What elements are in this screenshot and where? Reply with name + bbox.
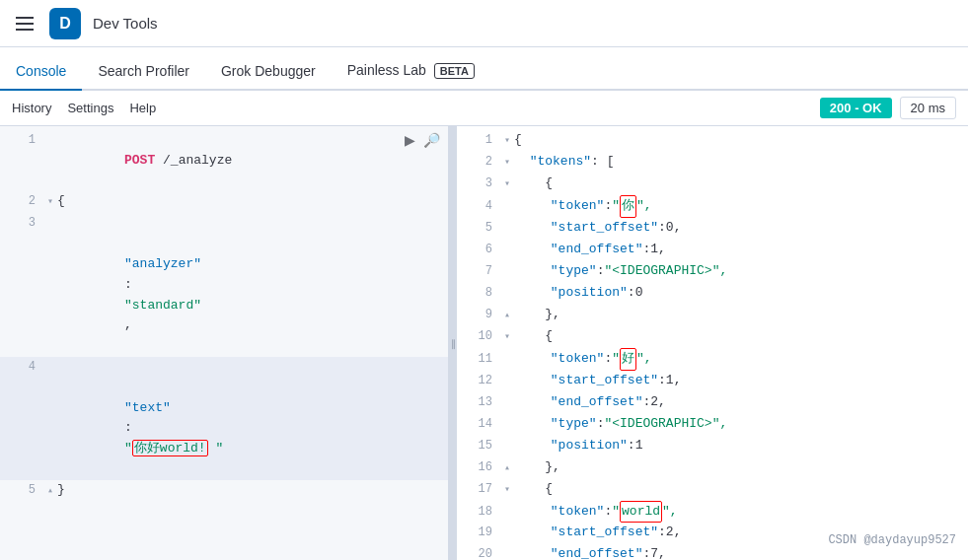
- run-icon[interactable]: ▶: [405, 132, 415, 148]
- code-line-4: 4 "text" : "你好world! ": [0, 357, 448, 480]
- code-editor[interactable]: 1 POST /_analyze 2 ▾ { 3 "analyzer" : "s…: [0, 126, 448, 560]
- json-line-7: 7 "type" : "<IDEOGRAPHIC>",: [457, 261, 968, 283]
- nav-tabs: Console Search Profiler Grok Debugger Pa…: [0, 47, 968, 91]
- hamburger-menu[interactable]: [12, 13, 37, 35]
- json-line-4: 4 "token" : "你",: [457, 195, 968, 218]
- tab-search-profiler[interactable]: Search Profiler: [82, 53, 205, 91]
- code-line-2: 2 ▾ {: [0, 191, 448, 213]
- json-line-18: 18 "token" : "world",: [457, 501, 968, 524]
- code-line-5: 5 ▴ }: [0, 480, 448, 502]
- json-line-1: 1 ▾ {: [457, 130, 968, 152]
- left-panel-actions: ▶ 🔎: [405, 132, 440, 148]
- json-line-13: 13 "end_offset" : 2,: [457, 392, 968, 414]
- code-line-3: 3 "analyzer" : "standard" ,: [0, 213, 448, 357]
- status-group: 200 - OK 20 ms: [820, 97, 956, 119]
- tab-grok-debugger[interactable]: Grok Debugger: [205, 53, 332, 91]
- json-line-6: 6 "end_offset" : 1,: [457, 240, 968, 261]
- beta-badge: BETA: [434, 63, 475, 79]
- code-line-1: 1 POST /_analyze: [0, 130, 448, 191]
- app-title: Dev Tools: [93, 15, 158, 32]
- settings-link[interactable]: Settings: [67, 101, 113, 115]
- help-link[interactable]: Help: [129, 101, 156, 115]
- right-panel[interactable]: 1 ▾ { 2 ▾ "tokens" : [ 3 ▾ { 4 "token" :…: [457, 126, 968, 560]
- secondary-bar: History Settings Help 200 - OK 20 ms: [0, 91, 968, 126]
- json-line-9: 9 ▴ },: [457, 305, 968, 326]
- json-line-8: 8 "position" : 0: [457, 283, 968, 305]
- watermark: CSDN @daydayup9527: [828, 531, 956, 550]
- resize-handle[interactable]: ∥: [449, 126, 457, 560]
- json-line-10: 10 ▾ {: [457, 326, 968, 348]
- tab-console[interactable]: Console: [0, 53, 82, 91]
- left-panel: 1 POST /_analyze 2 ▾ { 3 "analyzer" : "s…: [0, 126, 449, 560]
- json-line-17: 17 ▾ {: [457, 479, 968, 501]
- main-content: 1 POST /_analyze 2 ▾ { 3 "analyzer" : "s…: [0, 126, 968, 560]
- json-line-12: 12 "start_offset" : 1,: [457, 371, 968, 392]
- json-line-5: 5 "start_offset" : 0,: [457, 218, 968, 240]
- json-line-11: 11 "token" : "好",: [457, 348, 968, 371]
- tab-painless-lab[interactable]: Painless Lab BETA: [332, 52, 490, 91]
- copy-icon[interactable]: 🔎: [423, 132, 440, 148]
- json-line-15: 15 "position" : 1: [457, 436, 968, 457]
- status-ok-badge: 200 - OK: [820, 98, 892, 118]
- top-bar: D Dev Tools: [0, 0, 968, 47]
- json-line-16: 16 ▴ },: [457, 457, 968, 479]
- history-link[interactable]: History: [12, 101, 51, 115]
- json-line-2: 2 ▾ "tokens" : [: [457, 152, 968, 174]
- json-line-14: 14 "type" : "<IDEOGRAPHIC>",: [457, 414, 968, 436]
- status-time-badge: 20 ms: [900, 97, 956, 119]
- app-logo: D: [49, 8, 81, 39]
- json-line-3: 3 ▾ {: [457, 174, 968, 195]
